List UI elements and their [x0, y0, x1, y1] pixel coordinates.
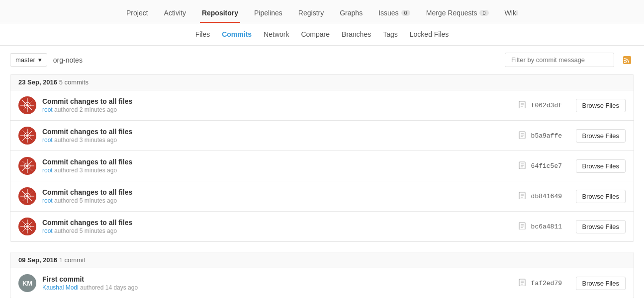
badge-merge requests: 0 — [479, 10, 488, 16]
top-nav-item-repository[interactable]: Repository — [200, 5, 240, 23]
commit-row: Commit changes to all filesroot authored… — [10, 121, 634, 151]
sub-nav-item-commits[interactable]: Commits — [222, 28, 252, 40]
top-nav-item-pipelines[interactable]: Pipelines — [252, 5, 284, 23]
commit-hash[interactable]: faf2ed79 — [531, 280, 571, 287]
commit-actions: 64f1c5e7Browse Files — [518, 159, 626, 173]
commit-title[interactable]: Commit changes to all files — [42, 158, 512, 166]
sub-nav-item-tags[interactable]: Tags — [383, 28, 398, 40]
commit-hash-icon — [518, 131, 526, 141]
browse-files-button[interactable]: Browse Files — [576, 190, 626, 203]
sub-nav-item-branches[interactable]: Branches — [342, 28, 371, 40]
avatar — [18, 218, 36, 235]
commit-row: Commit changes to all filesroot authored… — [10, 90, 634, 121]
commit-row: Commit changes to all filesroot authored… — [10, 181, 634, 212]
commit-group-header: 09 Sep, 2016 1 commit — [10, 252, 634, 268]
commit-actions: faf2ed79Browse Files — [518, 277, 626, 290]
commit-row: Commit changes to all filesroot authored… — [10, 212, 634, 241]
commit-hash-icon — [518, 278, 526, 288]
commit-row: Commit changes to all filesroot authored… — [10, 151, 634, 181]
commit-groups-container: 23 Sep, 2016 5 commits Commit changes to… — [0, 74, 644, 298]
commit-hash[interactable]: db841649 — [531, 193, 571, 200]
commit-meta: root authored 2 minutes ago — [42, 106, 512, 113]
commit-meta: root authored 3 minutes ago — [42, 167, 512, 174]
commit-hash-icon — [518, 222, 526, 231]
commit-hash-icon — [518, 100, 526, 110]
commit-hash-icon — [518, 191, 526, 201]
sub-nav-item-locked-files[interactable]: Locked Files — [410, 28, 449, 40]
commit-meta: root authored 3 minutes ago — [42, 137, 512, 144]
commit-title[interactable]: First commit — [42, 275, 512, 283]
commit-info: Commit changes to all filesroot authored… — [42, 97, 512, 113]
commit-group-header: 23 Sep, 2016 5 commits — [10, 74, 634, 90]
commit-actions: db841649Browse Files — [518, 190, 626, 203]
commit-actions: bc6a4811Browse Files — [518, 220, 626, 233]
svg-point-1 — [624, 62, 626, 63]
top-nav-item-registry[interactable]: Registry — [296, 5, 326, 23]
avatar — [18, 96, 36, 114]
branch-selector[interactable]: master ▾ — [10, 53, 47, 67]
commit-meta: root authored 5 minutes ago — [42, 197, 512, 204]
top-nav-item-merge-requests[interactable]: Merge Requests0 — [424, 5, 491, 23]
commit-title[interactable]: Commit changes to all files — [42, 219, 512, 226]
avatar: KM — [18, 274, 36, 292]
top-nav-item-project[interactable]: Project — [124, 5, 150, 23]
sub-nav-item-network[interactable]: Network — [264, 28, 289, 40]
sub-nav-item-files[interactable]: Files — [195, 28, 210, 40]
commit-author[interactable]: root — [42, 137, 53, 144]
top-nav: ProjectActivityRepositoryPipelinesRegist… — [0, 0, 644, 23]
commit-hash[interactable]: 64f1c5e7 — [531, 162, 571, 170]
browse-files-button[interactable]: Browse Files — [576, 129, 626, 143]
browse-files-button[interactable]: Browse Files — [576, 277, 626, 290]
rss-icon[interactable] — [620, 53, 634, 67]
commit-hash[interactable]: b5a9affe — [531, 132, 571, 140]
commit-actions: f062d3dfBrowse Files — [518, 99, 626, 112]
commit-actions: b5a9affeBrowse Files — [518, 129, 626, 143]
commit-group: 23 Sep, 2016 5 commits Commit changes to… — [10, 74, 634, 242]
browse-files-button[interactable]: Browse Files — [576, 159, 626, 173]
browse-files-button[interactable]: Browse Files — [576, 220, 626, 233]
commit-author[interactable]: root — [42, 106, 53, 113]
commit-title[interactable]: Commit changes to all files — [42, 188, 512, 196]
top-nav-item-graphs[interactable]: Graphs — [338, 5, 365, 23]
commit-meta: root authored 5 minutes ago — [42, 227, 512, 234]
commit-hash[interactable]: f062d3df — [531, 102, 571, 109]
commit-author[interactable]: root — [42, 227, 53, 234]
filter-input[interactable] — [505, 53, 614, 67]
commit-info: Commit changes to all filesroot authored… — [42, 219, 512, 234]
avatar — [18, 127, 36, 145]
top-nav-item-activity[interactable]: Activity — [162, 5, 188, 23]
avatar — [18, 187, 36, 205]
branch-label: master — [15, 56, 35, 64]
avatar — [18, 157, 36, 175]
commit-row: KMFirst commitKaushal Modi authored 14 d… — [10, 268, 634, 298]
chevron-down-icon: ▾ — [38, 56, 42, 64]
commit-info: Commit changes to all filesroot authored… — [42, 188, 512, 204]
commit-title[interactable]: Commit changes to all files — [42, 97, 512, 105]
commit-info: First commitKaushal Modi authored 14 day… — [42, 275, 512, 291]
browse-files-button[interactable]: Browse Files — [576, 99, 626, 112]
commit-author[interactable]: Kaushal Modi — [42, 284, 79, 291]
commit-meta: Kaushal Modi authored 14 days ago — [42, 284, 512, 291]
commit-hash[interactable]: bc6a4811 — [531, 223, 571, 230]
toolbar: master ▾ org-notes — [0, 46, 644, 74]
commit-author[interactable]: root — [42, 167, 53, 174]
sub-nav-item-compare[interactable]: Compare — [301, 28, 330, 40]
commit-info: Commit changes to all filesroot authored… — [42, 128, 512, 144]
breadcrumb: org-notes — [53, 56, 83, 64]
commit-author[interactable]: root — [42, 197, 53, 204]
commit-title[interactable]: Commit changes to all files — [42, 128, 512, 136]
top-nav-item-issues[interactable]: Issues0 — [376, 5, 412, 23]
top-nav-item-wiki[interactable]: Wiki — [503, 5, 520, 23]
commit-hash-icon — [518, 161, 526, 171]
badge-issues: 0 — [401, 10, 410, 16]
commit-info: Commit changes to all filesroot authored… — [42, 158, 512, 174]
sub-nav: FilesCommitsNetworkCompareBranchesTagsLo… — [0, 23, 644, 46]
commit-group: 09 Sep, 2016 1 commitKMFirst commitKaush… — [10, 252, 634, 298]
